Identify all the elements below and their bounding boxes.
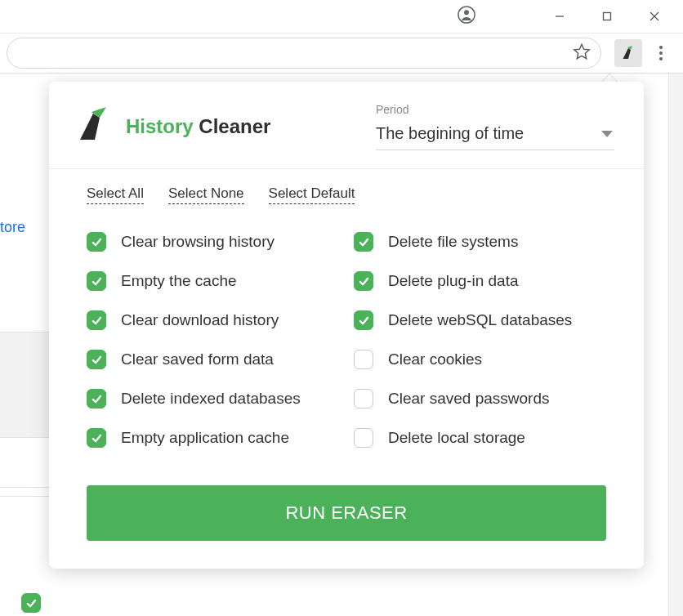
page-decoration: [0, 332, 49, 438]
option-checkbox[interactable]: [87, 271, 106, 291]
option-label: Empty application cache: [121, 429, 289, 447]
option-item: Delete plug-in data: [354, 271, 606, 291]
option-checkbox[interactable]: [354, 389, 373, 408]
option-checkbox[interactable]: [87, 310, 106, 330]
popup-header: History Cleaner Period The begining of t…: [49, 82, 644, 169]
extension-popup: History Cleaner Period The begining of t…: [49, 82, 644, 569]
period-value: The begining of time: [376, 124, 524, 143]
option-checkbox[interactable]: [354, 310, 373, 330]
option-label: Clear cookies: [388, 350, 482, 368]
option-label: Delete file systems: [388, 233, 518, 251]
option-item: Clear download history: [87, 310, 339, 330]
select-default-link[interactable]: Select Default: [269, 185, 355, 204]
option-checkbox[interactable]: [87, 428, 106, 448]
period-field: Period The begining of time: [376, 103, 614, 150]
broom-icon: [75, 105, 114, 148]
option-label: Clear saved passwords: [388, 390, 549, 408]
webstore-link-fragment[interactable]: tore: [0, 219, 25, 236]
extension-button-history-cleaner[interactable]: [614, 39, 642, 67]
browser-toolbar: [0, 33, 683, 74]
option-item: Empty the cache: [87, 271, 339, 291]
option-label: Delete local storage: [388, 429, 525, 447]
bookmark-star-icon[interactable]: [573, 42, 591, 64]
option-label: Empty the cache: [121, 272, 237, 290]
option-checkbox[interactable]: [354, 271, 373, 291]
page-content: tore History Cleaner: [0, 74, 683, 616]
page-decoration: [0, 487, 49, 497]
option-label: Delete webSQL databases: [388, 311, 572, 329]
browser-menu-button[interactable]: [647, 39, 675, 67]
option-checkbox[interactable]: [354, 428, 373, 448]
option-item: Clear saved passwords: [354, 389, 606, 408]
option-label: Delete plug-in data: [388, 272, 519, 290]
svg-point-1: [464, 10, 469, 15]
option-item: Delete webSQL databases: [354, 310, 606, 330]
option-item: Delete indexed databases: [87, 389, 339, 408]
profile-icon[interactable]: [458, 6, 475, 27]
option-item: Delete file systems: [354, 232, 606, 252]
brand: History Cleaner: [75, 105, 270, 148]
selection-links-row: Select All Select None Select Default: [49, 169, 644, 212]
select-all-link[interactable]: Select All: [87, 185, 144, 204]
run-eraser-button[interactable]: RUN ERASER: [87, 485, 606, 541]
period-dropdown[interactable]: The begining of time: [376, 121, 614, 150]
vertical-scrollbar[interactable]: [668, 74, 683, 616]
option-item: Clear saved form data: [87, 350, 339, 369]
brand-name: History Cleaner: [126, 115, 270, 138]
option-item: Clear cookies: [354, 350, 606, 369]
option-item: Delete local storage: [354, 428, 606, 448]
option-label: Delete indexed databases: [121, 390, 301, 408]
option-label: Clear browsing history: [121, 233, 275, 251]
window-close-button[interactable]: [631, 0, 678, 33]
option-checkbox[interactable]: [354, 232, 373, 252]
svg-rect-3: [604, 13, 611, 20]
chevron-down-icon: [601, 131, 613, 137]
svg-marker-6: [574, 44, 589, 58]
select-none-link[interactable]: Select None: [168, 185, 244, 204]
option-label: Clear saved form data: [121, 350, 274, 368]
window-titlebar: [0, 0, 683, 33]
option-item: Clear browsing history: [87, 232, 339, 252]
option-checkbox[interactable]: [354, 350, 373, 369]
svg-marker-7: [601, 131, 613, 137]
option-label: Clear download history: [121, 311, 279, 329]
window-maximize-button[interactable]: [583, 0, 631, 33]
omnibox[interactable]: [7, 38, 601, 69]
option-checkbox[interactable]: [87, 389, 106, 408]
option-item: Empty application cache: [87, 428, 339, 448]
option-checkbox[interactable]: [87, 350, 106, 369]
option-checkbox[interactable]: [87, 232, 106, 252]
period-label: Period: [376, 103, 614, 116]
options-grid: Clear browsing historyDelete file system…: [49, 212, 644, 458]
window-minimize-button[interactable]: [536, 0, 583, 33]
stray-checkbox[interactable]: [21, 593, 41, 613]
